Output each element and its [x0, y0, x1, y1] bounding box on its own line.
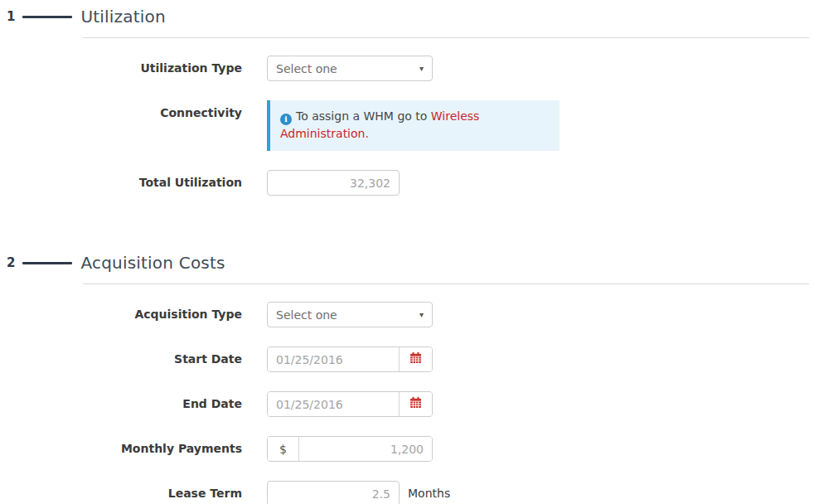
end-date-input[interactable] — [268, 392, 399, 416]
start-date-calendar-button[interactable] — [399, 347, 432, 371]
utilization-type-label: Utilization Type — [7, 56, 242, 81]
end-date-label: End Date — [7, 391, 242, 417]
total-utilization-input[interactable] — [267, 170, 400, 196]
lease-term-unit-label: Months — [408, 481, 450, 504]
section-divider — [83, 284, 809, 284]
step-line — [22, 262, 72, 264]
end-date-group — [267, 391, 433, 417]
connectivity-label: Connectivity — [7, 100, 242, 126]
lease-term-input[interactable] — [267, 481, 400, 504]
acquisition-type-select[interactable]: Select one ▾ — [267, 302, 433, 327]
end-date-calendar-button[interactable] — [399, 392, 432, 416]
section-title-utilization: Utilization — [80, 7, 165, 27]
start-date-group — [267, 346, 433, 372]
row-lease-term: Lease Term Months — [7, 481, 814, 504]
total-utilization-label: Total Utilization — [7, 170, 242, 196]
step-number-1: 1 — [7, 5, 15, 28]
utilization-type-selected-value: Select one — [276, 62, 337, 75]
monthly-payments-group: $ — [267, 436, 433, 462]
start-date-input[interactable] — [268, 347, 399, 371]
row-monthly-payments: Monthly Payments $ — [7, 436, 814, 462]
info-suffix: . — [365, 127, 368, 140]
info-icon: i — [280, 114, 292, 125]
step-line — [22, 16, 72, 18]
section-utilization: 1 Utilization Utilization Type Select on… — [7, 5, 814, 196]
row-start-date: Start Date — [7, 346, 814, 372]
acquisition-type-selected-value: Select one — [276, 308, 337, 322]
section-title-acquisition-costs: Acquisition Costs — [80, 253, 225, 273]
connectivity-info-box: iTo assign a WHM go to Wireless Administ… — [267, 100, 560, 151]
row-acquisition-type: Acquisition Type Select one ▾ — [7, 302, 814, 327]
section-acquisition-header: 2 Acquisition Costs — [7, 251, 814, 274]
monthly-payments-label: Monthly Payments — [7, 436, 242, 462]
form-page: 1 Utilization Utilization Type Select on… — [0, 0, 814, 504]
calendar-icon — [409, 396, 422, 412]
chevron-down-icon: ▾ — [419, 64, 424, 73]
currency-prefix: $ — [268, 437, 299, 461]
row-end-date: End Date — [7, 391, 814, 417]
section-divider — [83, 37, 809, 38]
row-connectivity: Connectivity iTo assign a WHM go to Wire… — [7, 100, 814, 151]
row-total-utilization: Total Utilization — [7, 170, 814, 196]
acquisition-type-label: Acquisition Type — [7, 302, 242, 327]
start-date-label: Start Date — [7, 346, 242, 372]
connectivity-info-text: To assign a WHM go to — [296, 109, 431, 123]
section-utilization-header: 1 Utilization — [7, 5, 814, 28]
row-utilization-type: Utilization Type Select one ▾ — [7, 56, 814, 81]
lease-term-label: Lease Term — [7, 481, 242, 504]
calendar-icon — [409, 351, 422, 367]
chevron-down-icon: ▾ — [419, 310, 424, 319]
section-acquisition-costs: 2 Acquisition Costs Acquisition Type Sel… — [7, 251, 814, 504]
monthly-payments-input[interactable] — [299, 437, 432, 461]
utilization-type-select[interactable]: Select one ▾ — [267, 56, 433, 81]
step-number-2: 2 — [7, 251, 15, 274]
